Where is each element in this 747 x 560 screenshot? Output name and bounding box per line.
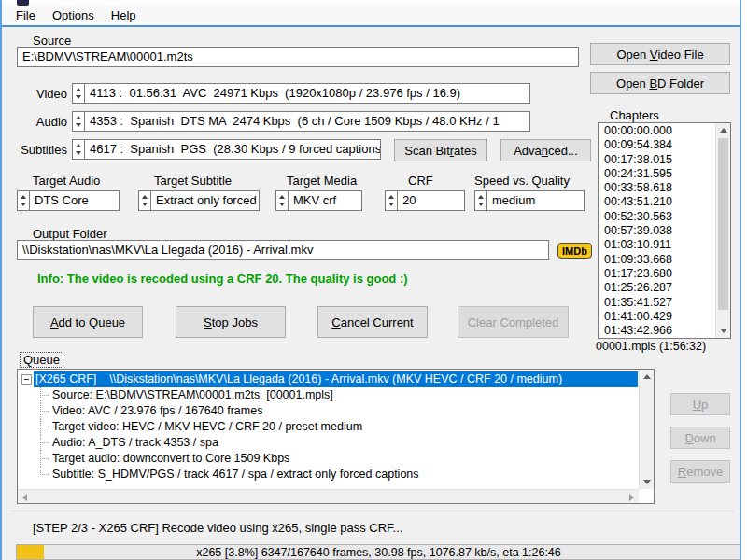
queue-label: Queue [20, 352, 63, 368]
imdb-button[interactable]: IMDb [557, 243, 592, 259]
menu-bar: File Options Help [2, 6, 740, 25]
crf-field[interactable]: 20 [397, 190, 465, 211]
menu-accent-line [2, 25, 740, 27]
target-media-field[interactable]: MKV crf [288, 190, 362, 211]
source-label: Source [33, 34, 71, 48]
scan-bitrates-button[interactable]: Scan Bitrates [394, 139, 487, 161]
scroll-down-icon [643, 480, 651, 484]
audio-label: Audio [13, 115, 67, 129]
audio-track-field[interactable]: 4353 : Spanish DTS MA 2474 Kbps (6 ch / … [84, 111, 530, 132]
subtitles-track-spinner[interactable] [72, 139, 85, 160]
cancel-current-button[interactable]: Cancel Current [317, 306, 428, 338]
add-to-queue-button[interactable]: Add to Queue [33, 306, 143, 338]
crf-label: CRF [408, 174, 433, 188]
chevron-down-icon [142, 203, 148, 206]
audio-track-spinner[interactable] [72, 111, 85, 132]
window-border-left [0, 0, 2, 560]
chevron-up-icon [76, 116, 81, 119]
target-media-spinner[interactable] [275, 190, 289, 211]
chapter-item[interactable]: 00:43:51.210 [599, 195, 715, 209]
chapter-item[interactable]: 00:57:39.038 [599, 224, 715, 238]
chapter-item[interactable]: 01:03:10.911 [599, 238, 715, 252]
chapter-item[interactable]: 00:09:54.384 [599, 138, 715, 152]
scroll-up-icon [720, 128, 727, 133]
chevron-up-icon [279, 195, 285, 199]
collapse-icon[interactable] [21, 374, 32, 385]
open-video-file-button[interactable]: Open Video File [590, 43, 730, 65]
chevron-down-icon [388, 203, 394, 206]
output-folder-field[interactable]: \\Diskstation\nas\MKV\La Llegada (2016) … [17, 240, 549, 260]
menu-file[interactable]: File [7, 7, 44, 24]
desktop-background [741, 0, 747, 560]
queue-job-header[interactable]: [X265 CRF] \\Diskstation\nas\MKV\La Lleg… [34, 371, 638, 387]
chapter-item[interactable]: 01:41:00.429 [599, 310, 715, 324]
source-path-field[interactable]: E:\BDMV\STREAM\00001.m2ts [17, 47, 579, 67]
queue-vertical-scrollbar[interactable] [639, 370, 654, 489]
window-border-right [740, 0, 741, 560]
speed-quality-spinner[interactable] [474, 190, 487, 211]
video-track-field[interactable]: 4113 : 01:56:31 AVC 24971 Kbps (1920x108… [84, 83, 530, 104]
chapter-item[interactable]: 00:33:58.618 [599, 181, 715, 195]
chevron-up-icon [76, 144, 81, 147]
chapter-item[interactable]: 00:24:31.595 [599, 167, 715, 181]
chevron-down-icon [76, 95, 81, 99]
queue-tree[interactable]: [X265 CRF] \\Diskstation\nas\MKV\La Lleg… [17, 369, 655, 504]
queue-item-subtitle[interactable]: Subtitle: S_HDMV/PGS / track 4617 / spa … [18, 467, 638, 483]
queue-horizontal-scrollbar[interactable] [18, 489, 639, 503]
chapter-item[interactable]: 01:43:42.966 [599, 324, 715, 338]
chapters-list[interactable]: 00:00:00.000 00:09:54.384 00:17:38.015 0… [598, 122, 731, 339]
chevron-down-icon [478, 203, 484, 206]
scroll-left-icon [22, 494, 27, 501]
target-media-label: Target Media [287, 174, 357, 188]
target-subtitle-spinner[interactable] [138, 190, 151, 211]
chapter-item[interactable]: 00:00:00.000 [599, 124, 715, 138]
advanced-button[interactable]: Advanced... [500, 139, 591, 161]
target-audio-label: Target Audio [33, 174, 100, 188]
subtitles-label: Subtitles [13, 143, 67, 157]
scroll-down-icon [720, 329, 727, 333]
encode-progress-bar: x265 [3.8%] 6347/167640 frames, 30.98 fp… [16, 544, 741, 560]
queue-item-audio[interactable]: Audio: A_DTS / track 4353 / spa [18, 435, 638, 451]
queue-item-target-audio[interactable]: Target audio: downconvert to Core 1509 K… [18, 451, 638, 467]
target-subtitle-label: Target Subtitle [154, 174, 232, 188]
target-subtitle-field[interactable]: Extract only forced [150, 190, 260, 211]
subtitles-track-field[interactable]: 4617 : Spanish PGS (28.30 Kbps / 9 force… [84, 139, 381, 160]
clear-completed-button[interactable]: Clear Completed [458, 306, 569, 338]
speed-quality-label: Speed vs. Quality [474, 174, 570, 188]
chevron-down-icon [21, 203, 26, 206]
video-label: Video [13, 87, 67, 101]
scrollbar-thumb[interactable] [718, 138, 728, 310]
chevron-up-icon [21, 195, 26, 199]
queue-item-target-video[interactable]: Target video: HEVC / MKV HEVC / CRF 20 /… [18, 419, 638, 435]
crf-spinner[interactable] [385, 190, 398, 211]
chapter-item[interactable]: 00:52:30.563 [599, 210, 715, 224]
stop-jobs-button[interactable]: Stop Jobs [176, 306, 286, 338]
speed-quality-field[interactable]: medium [486, 190, 585, 211]
section-divider [9, 511, 734, 511]
chapter-item[interactable]: 01:25:26.287 [599, 281, 715, 295]
chevron-up-icon [76, 88, 81, 91]
chapter-item[interactable]: 01:09:33.668 [599, 253, 715, 267]
chevron-up-icon [142, 195, 148, 199]
chapters-label: Chapters [610, 108, 659, 122]
output-folder-label: Output Folder [33, 227, 107, 241]
chapter-item[interactable]: 00:17:38.015 [599, 153, 715, 167]
target-audio-field[interactable]: DTS Core [29, 190, 120, 211]
chapter-item[interactable]: 01:17:23.680 [599, 267, 715, 281]
queue-item-source[interactable]: Source: E:\BDMV\STREAM\00001.m2ts [00001… [18, 387, 638, 403]
chevron-down-icon [76, 151, 81, 155]
chevron-down-icon [76, 123, 81, 127]
chapter-item[interactable]: 01:35:41.527 [599, 296, 715, 310]
scroll-right-icon [629, 494, 634, 501]
open-bd-folder-button[interactable]: Open BD Folder [590, 72, 730, 94]
target-audio-spinner[interactable] [17, 190, 30, 211]
video-track-spinner[interactable] [72, 83, 85, 104]
menu-options[interactable]: Options [44, 7, 103, 24]
status-text: [STEP 2/3 - X265 CRF] Recode video using… [33, 521, 402, 535]
down-button[interactable]: Down [670, 427, 730, 449]
menu-help[interactable]: Help [103, 7, 145, 24]
chapters-scrollbar[interactable] [715, 123, 730, 338]
queue-item-video[interactable]: Video: AVC / 23.976 fps / 167640 frames [18, 403, 638, 419]
remove-button[interactable]: Remove [670, 460, 730, 483]
up-button[interactable]: Up [670, 393, 730, 415]
